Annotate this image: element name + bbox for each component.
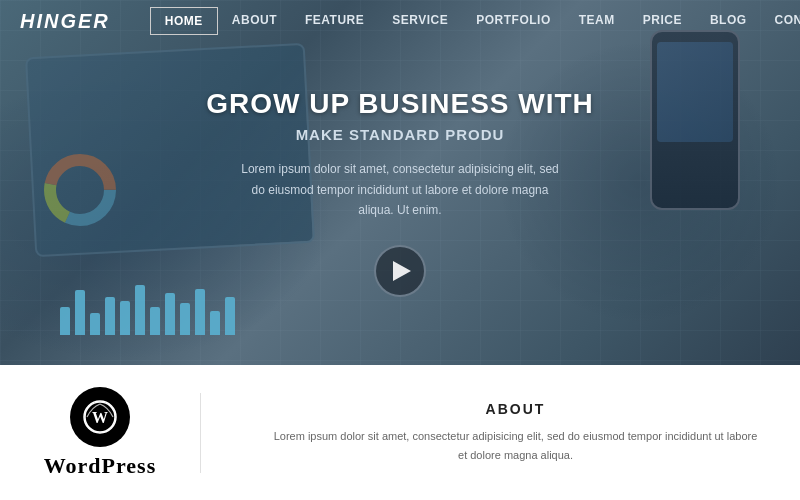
wordpress-logo: W WordPress <box>40 387 160 479</box>
hero-content: GROW UP BUSINESS WITH MAKE STANDARD PROD… <box>0 0 800 365</box>
nav-link-blog[interactable]: BLOG <box>696 7 761 33</box>
wordpress-circle: W <box>70 387 130 447</box>
about-title: ABOUT <box>271 401 760 417</box>
nav-link-home[interactable]: HOME <box>150 7 218 35</box>
hero-title: GROW UP BUSINESS WITH <box>206 88 594 120</box>
nav-link-about[interactable]: ABOUT <box>218 7 291 33</box>
nav-item-portfolio[interactable]: PORTFOLIO <box>462 7 565 35</box>
bottom-section: W WordPress ABOUT Lorem ipsum dolor sit … <box>0 365 800 500</box>
nav-item-price[interactable]: PRICE <box>629 7 696 35</box>
hero-section: HINGER HOME ABOUT FEATURE SERVICE PORTFO… <box>0 0 800 365</box>
nav-item-contact[interactable]: CONTACT <box>761 7 800 35</box>
nav-item-blog[interactable]: BLOG <box>696 7 761 35</box>
logo: HINGER <box>20 10 110 33</box>
nav-links: HOME ABOUT FEATURE SERVICE PORTFOLIO TEA… <box>150 7 800 35</box>
nav-link-team[interactable]: TEAM <box>565 7 629 33</box>
nav-link-feature[interactable]: FEATURE <box>291 7 378 33</box>
play-button[interactable] <box>374 245 426 297</box>
nav-item-team[interactable]: TEAM <box>565 7 629 35</box>
nav-item-home[interactable]: HOME <box>150 7 218 35</box>
about-content: ABOUT Lorem ipsum dolor sit amet, consec… <box>241 401 760 464</box>
about-text: Lorem ipsum dolor sit amet, consectetur … <box>271 427 760 464</box>
wordpress-icon: W <box>82 399 118 435</box>
nav-item-about[interactable]: ABOUT <box>218 7 291 35</box>
svg-text:W: W <box>92 409 108 426</box>
nav-link-portfolio[interactable]: PORTFOLIO <box>462 7 565 33</box>
nav-link-price[interactable]: PRICE <box>629 7 696 33</box>
nav-link-service[interactable]: SERVICE <box>378 7 462 33</box>
play-icon <box>393 261 411 281</box>
navigation: HINGER HOME ABOUT FEATURE SERVICE PORTFO… <box>0 0 800 42</box>
nav-link-contact[interactable]: CONTACT <box>761 7 800 33</box>
hero-description: Lorem ipsum dolor sit amet, consectetur … <box>240 159 560 220</box>
hero-subtitle: MAKE STANDARD PRODU <box>296 126 505 143</box>
vertical-divider <box>200 393 201 473</box>
nav-item-service[interactable]: SERVICE <box>378 7 462 35</box>
wordpress-wordmark: WordPress <box>44 453 156 479</box>
nav-item-feature[interactable]: FEATURE <box>291 7 378 35</box>
